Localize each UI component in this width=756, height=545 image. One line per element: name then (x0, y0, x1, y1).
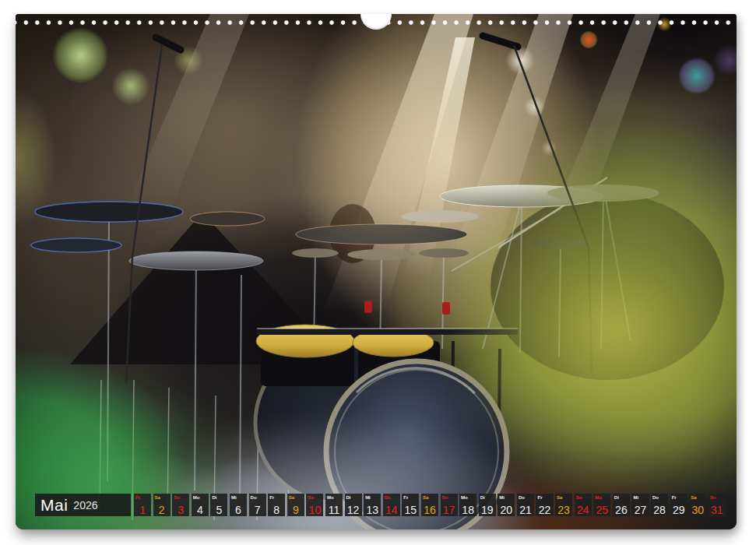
day-cell: Di 26 (613, 494, 630, 516)
day-number: 7 (249, 505, 266, 515)
day-cells: Fr 1 Sa 2 So 3 Mo 4 Di 5 Mi 6 Do 7 Fr 8 … (134, 494, 726, 516)
day-weekday: Fr (537, 495, 542, 500)
day-number: 5 (210, 505, 227, 515)
day-cell: Sa 16 (421, 494, 438, 516)
day-number: 11 (325, 505, 343, 515)
day-number: 25 (593, 505, 610, 515)
day-cell: Di 12 (345, 494, 362, 516)
day-cell: Mo 18 (459, 494, 476, 516)
day-cell: Sa 9 (287, 494, 304, 516)
day-number: 2 (153, 505, 171, 515)
day-cell: Di 5 (210, 494, 227, 516)
year-label: 2026 (73, 499, 97, 512)
day-number: 29 (670, 505, 687, 515)
day-weekday: Mo (595, 495, 602, 500)
calendar-strip: Mai 2026 Fr 1 Sa 2 So 3 Mo 4 Di 5 Mi 6 D… (16, 494, 737, 516)
day-cell: Mi 27 (631, 494, 649, 516)
day-cell: Fr 22 (536, 494, 553, 516)
day-number: 18 (459, 505, 476, 515)
day-number: 9 (287, 505, 304, 515)
day-number: 31 (709, 505, 726, 515)
stage-photo (16, 14, 737, 529)
day-weekday: Di (346, 495, 351, 500)
day-weekday: Do (519, 495, 525, 500)
day-number: 3 (172, 505, 189, 515)
day-cell: So 24 (575, 494, 592, 516)
day-number: 16 (421, 505, 438, 515)
day-number: 23 (555, 505, 572, 515)
day-weekday: Sa (423, 495, 428, 500)
day-cell: Di 19 (479, 494, 496, 516)
day-weekday: Mo (193, 495, 200, 500)
day-weekday: Fr (135, 495, 140, 500)
day-cell: So 10 (306, 494, 323, 516)
day-weekday: Sa (155, 495, 160, 500)
day-cell: Do 21 (517, 494, 534, 516)
day-number: 15 (402, 505, 419, 515)
calendar-product-photo: Mai 2026 Fr 1 Sa 2 So 3 Mo 4 Di 5 Mi 6 D… (0, 0, 756, 545)
day-number: 6 (230, 505, 247, 515)
day-cell: Do 14 (383, 494, 400, 516)
day-number: 4 (192, 505, 209, 515)
day-number: 24 (575, 505, 592, 515)
day-number: 13 (364, 505, 381, 515)
day-number: 8 (268, 505, 285, 515)
day-weekday: Sa (289, 495, 294, 500)
day-cell: Mo 25 (593, 494, 610, 516)
month-box: Mai 2026 (35, 494, 131, 516)
day-cell: Sa 2 (153, 494, 171, 516)
day-cell: Fr 8 (268, 494, 285, 516)
day-cell: Sa 30 (689, 494, 706, 516)
day-cell: Mo 11 (325, 494, 343, 516)
day-cell: So 3 (172, 494, 189, 516)
day-weekday: So (576, 495, 582, 500)
day-weekday: Do (652, 495, 659, 500)
day-weekday: Mo (461, 495, 468, 500)
day-weekday: Mo (327, 495, 334, 500)
day-weekday: Mi (231, 495, 237, 500)
day-cell: Do 28 (651, 494, 668, 516)
day-cell: Fr 29 (670, 494, 687, 516)
day-cell: So 17 (441, 494, 458, 516)
day-weekday: Fr (672, 495, 677, 500)
day-number: 21 (517, 505, 534, 515)
day-cell: Mo 4 (192, 494, 209, 516)
day-weekday: So (710, 495, 716, 500)
day-cell: Mi 6 (230, 494, 247, 516)
day-weekday: Mi (365, 495, 371, 500)
day-cell: Mi 20 (498, 494, 515, 516)
day-weekday: Di (480, 495, 485, 500)
day-cell: So 31 (709, 494, 726, 516)
day-number: 14 (383, 505, 400, 515)
drumkit-illustration (16, 14, 737, 529)
day-cell: Do 7 (249, 494, 266, 516)
day-number: 1 (134, 505, 151, 515)
day-weekday: So (442, 495, 448, 500)
day-weekday: Sa (691, 495, 696, 500)
calendar-page: Mai 2026 Fr 1 Sa 2 So 3 Mo 4 Di 5 Mi 6 D… (16, 14, 737, 529)
day-weekday: Mi (633, 495, 638, 500)
day-number: 19 (479, 505, 496, 515)
day-weekday: Do (251, 495, 257, 500)
day-number: 27 (631, 505, 649, 515)
day-number: 26 (613, 505, 630, 515)
day-number: 28 (651, 505, 668, 515)
day-cell: Sa 23 (555, 494, 572, 516)
day-number: 12 (345, 505, 362, 515)
day-cell: Fr 15 (402, 494, 419, 516)
day-cell: Fr 1 (134, 494, 151, 516)
day-weekday: Mi (499, 495, 505, 500)
day-number: 20 (498, 505, 515, 515)
day-weekday: Di (614, 495, 619, 500)
day-number: 22 (536, 505, 553, 515)
day-weekday: Di (212, 495, 216, 500)
day-number: 17 (441, 505, 458, 515)
day-number: 30 (689, 505, 706, 515)
day-weekday: Fr (403, 495, 408, 500)
day-weekday: Sa (557, 495, 562, 500)
day-weekday: Fr (269, 495, 274, 500)
day-number: 10 (306, 505, 323, 515)
day-weekday: So (174, 495, 180, 500)
day-cell: Mi 13 (364, 494, 381, 516)
day-weekday: Do (385, 495, 391, 500)
